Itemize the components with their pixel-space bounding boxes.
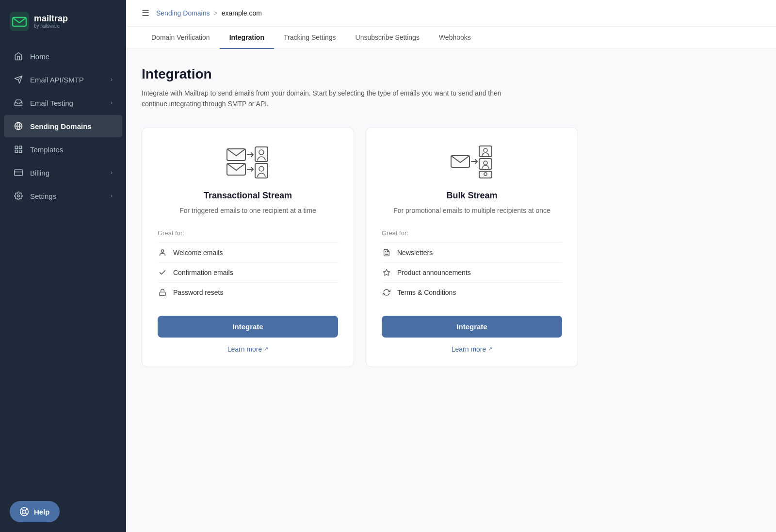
svg-rect-7 [19, 146, 22, 148]
external-link-icon-2: ↗ [488, 346, 492, 352]
chevron-right-icon-3: › [111, 169, 113, 176]
tab-tracking-settings[interactable]: Tracking Settings [274, 27, 346, 49]
sidebar-item-templates[interactable]: Templates [4, 138, 122, 161]
sidebar-item-email-api-smtp[interactable]: Email API/SMTP › [4, 68, 122, 91]
settings-icon [14, 191, 23, 201]
svg-marker-40 [383, 269, 389, 275]
svg-rect-32 [479, 146, 492, 157]
svg-point-28 [161, 250, 163, 252]
sidebar-item-home[interactable]: Home [4, 45, 122, 67]
sidebar-item-sending-domains-label: Sending Domains [30, 122, 92, 130]
sidebar-item-sending-domains[interactable]: Sending Domains [4, 115, 122, 137]
check-icon [158, 268, 167, 277]
billing-icon [14, 168, 23, 177]
breadcrumb: Sending Domains > example.com [156, 9, 262, 17]
bulk-integrate-button[interactable]: Integrate [382, 316, 562, 338]
bulk-great-for-label: Great for: [382, 229, 562, 237]
help-icon [19, 507, 29, 516]
bulk-icon-area [450, 145, 494, 181]
list-item: Product announcements [382, 262, 562, 282]
sidebar-item-home-label: Home [30, 52, 49, 61]
svg-rect-6 [15, 146, 17, 148]
transactional-learn-more-link[interactable]: Learn more ↗ [227, 345, 269, 353]
svg-rect-29 [160, 292, 165, 295]
tab-domain-verification[interactable]: Domain Verification [142, 27, 220, 49]
bulk-title: Bulk Stream [446, 191, 497, 201]
breadcrumb-link[interactable]: Sending Domains [156, 9, 210, 17]
sidebar-item-email-api-label: Email API/SMTP [30, 76, 84, 84]
sidebar-bottom: Help [0, 491, 126, 532]
svg-rect-26 [255, 163, 268, 178]
template-icon [14, 145, 23, 154]
bulk-great-for: Great for: Newsletters Product announcem… [382, 229, 562, 302]
tab-webhooks[interactable]: Webhooks [429, 27, 481, 49]
svg-line-16 [25, 513, 27, 515]
breadcrumb-current: example.com [222, 9, 262, 17]
transactional-title: Transactional Stream [204, 191, 292, 201]
list-item: Confirmation emails [158, 262, 338, 282]
sidebar-item-email-testing[interactable]: Email Testing › [4, 92, 122, 114]
transactional-icon-area [226, 145, 270, 181]
transactional-integrate-button[interactable]: Integrate [158, 316, 338, 338]
svg-rect-9 [15, 150, 17, 153]
topbar: ☰ Sending Domains > example.com [126, 0, 776, 27]
svg-rect-24 [255, 147, 268, 161]
list-item: Welcome emails [158, 242, 338, 262]
svg-point-12 [17, 195, 20, 197]
cards-row: Transactional Stream For triggered email… [142, 127, 578, 367]
bulk-learn-more-link[interactable]: Learn more ↗ [452, 345, 493, 353]
content-area: Integration Integrate with Mailtrap to s… [126, 49, 776, 532]
logo-text: mailtrap by railsware [34, 14, 68, 29]
svg-rect-8 [19, 150, 22, 153]
welcome-emails-label: Welcome emails [173, 249, 223, 257]
globe-icon [14, 121, 23, 131]
external-link-icon: ↗ [264, 346, 268, 352]
logo-name: mailtrap [34, 14, 68, 24]
newsletter-icon [382, 248, 391, 258]
breadcrumb-separator: > [214, 9, 218, 17]
transactional-card: Transactional Stream For triggered email… [142, 127, 354, 367]
chevron-right-icon-4: › [111, 193, 113, 199]
page-title: Integration [142, 66, 760, 82]
terms-conditions-label: Terms & Conditions [397, 289, 456, 296]
svg-line-18 [25, 509, 27, 511]
sidebar-item-settings[interactable]: Settings › [4, 185, 122, 207]
logo: mailtrap by railsware [0, 0, 126, 45]
sidebar-item-billing-label: Billing [30, 169, 49, 177]
list-item: Terms & Conditions [382, 282, 562, 302]
send-icon [14, 75, 23, 84]
help-button[interactable]: Help [10, 501, 60, 522]
lock-icon [158, 288, 167, 297]
password-resets-label: Password resets [173, 289, 223, 296]
svg-rect-10 [15, 170, 23, 176]
svg-rect-36 [479, 171, 492, 178]
tabs: Domain Verification Integration Tracking… [126, 27, 776, 49]
refresh-icon [382, 288, 391, 297]
transactional-illustration [226, 145, 270, 179]
svg-rect-34 [479, 159, 492, 169]
svg-line-15 [21, 509, 23, 511]
list-item: Newsletters [382, 242, 562, 262]
main-content: ☰ Sending Domains > example.com Domain V… [126, 0, 776, 532]
page-description: Integrate with Mailtrap to send emails f… [142, 88, 505, 110]
sidebar-item-billing[interactable]: Billing › [4, 161, 122, 184]
product-announcements-label: Product announcements [397, 269, 471, 276]
sidebar-item-email-testing-label: Email Testing [30, 99, 73, 107]
bulk-desc: For promotional emails to multiple recip… [393, 206, 550, 216]
svg-line-19 [21, 513, 23, 515]
bulk-card: Bulk Stream For promotional emails to mu… [366, 127, 578, 367]
sparkle-icon [382, 268, 391, 277]
logo-icon [10, 12, 29, 31]
bulk-illustration [450, 145, 494, 179]
newsletters-label: Newsletters [397, 249, 433, 257]
list-item: Password resets [158, 282, 338, 302]
tab-integration[interactable]: Integration [220, 27, 274, 49]
transactional-great-for: Great for: Welcome emails Confirmation e… [158, 229, 338, 302]
menu-icon[interactable]: ☰ [142, 8, 149, 18]
chevron-right-icon: › [111, 76, 113, 83]
tab-unsubscribe-settings[interactable]: Unsubscribe Settings [346, 27, 429, 49]
sidebar: mailtrap by railsware Home Email API/SMT… [0, 0, 126, 532]
transactional-desc: For triggered emails to one recipient at… [179, 206, 316, 216]
help-label: Help [34, 508, 50, 516]
logo-sub: by railsware [34, 23, 68, 29]
